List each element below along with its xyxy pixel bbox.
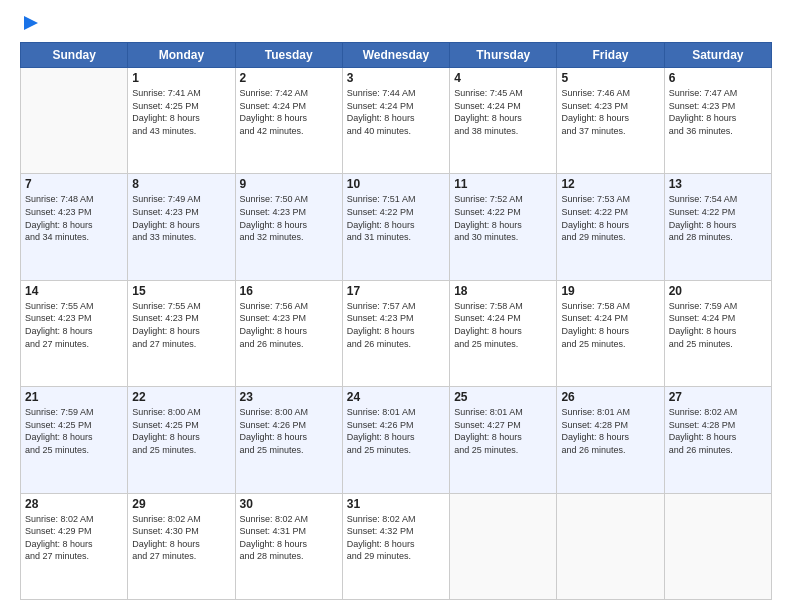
day-number: 4 (454, 71, 552, 85)
calendar-cell: 15Sunrise: 7:55 AM Sunset: 4:23 PM Dayli… (128, 280, 235, 386)
day-number: 6 (669, 71, 767, 85)
header-friday: Friday (557, 43, 664, 68)
calendar-cell: 10Sunrise: 7:51 AM Sunset: 4:22 PM Dayli… (342, 174, 449, 280)
day-number: 3 (347, 71, 445, 85)
calendar-cell: 3Sunrise: 7:44 AM Sunset: 4:24 PM Daylig… (342, 68, 449, 174)
day-number: 26 (561, 390, 659, 404)
day-info: Sunrise: 8:00 AM Sunset: 4:26 PM Dayligh… (240, 406, 338, 456)
day-info: Sunrise: 7:42 AM Sunset: 4:24 PM Dayligh… (240, 87, 338, 137)
day-number: 14 (25, 284, 123, 298)
week-row-1: 1Sunrise: 7:41 AM Sunset: 4:25 PM Daylig… (21, 68, 772, 174)
calendar-header-row: SundayMondayTuesdayWednesdayThursdayFrid… (21, 43, 772, 68)
calendar-cell: 7Sunrise: 7:48 AM Sunset: 4:23 PM Daylig… (21, 174, 128, 280)
day-number: 19 (561, 284, 659, 298)
day-number: 21 (25, 390, 123, 404)
day-info: Sunrise: 8:01 AM Sunset: 4:28 PM Dayligh… (561, 406, 659, 456)
day-info: Sunrise: 7:47 AM Sunset: 4:23 PM Dayligh… (669, 87, 767, 137)
day-info: Sunrise: 7:59 AM Sunset: 4:24 PM Dayligh… (669, 300, 767, 350)
week-row-4: 21Sunrise: 7:59 AM Sunset: 4:25 PM Dayli… (21, 387, 772, 493)
day-number: 27 (669, 390, 767, 404)
day-info: Sunrise: 7:41 AM Sunset: 4:25 PM Dayligh… (132, 87, 230, 137)
calendar-cell: 28Sunrise: 8:02 AM Sunset: 4:29 PM Dayli… (21, 493, 128, 599)
day-number: 30 (240, 497, 338, 511)
calendar-cell: 25Sunrise: 8:01 AM Sunset: 4:27 PM Dayli… (450, 387, 557, 493)
day-info: Sunrise: 7:45 AM Sunset: 4:24 PM Dayligh… (454, 87, 552, 137)
calendar-cell: 18Sunrise: 7:58 AM Sunset: 4:24 PM Dayli… (450, 280, 557, 386)
calendar-cell: 27Sunrise: 8:02 AM Sunset: 4:28 PM Dayli… (664, 387, 771, 493)
day-number: 11 (454, 177, 552, 191)
day-info: Sunrise: 8:02 AM Sunset: 4:32 PM Dayligh… (347, 513, 445, 563)
day-number: 1 (132, 71, 230, 85)
calendar-cell: 2Sunrise: 7:42 AM Sunset: 4:24 PM Daylig… (235, 68, 342, 174)
day-info: Sunrise: 7:53 AM Sunset: 4:22 PM Dayligh… (561, 193, 659, 243)
header-monday: Monday (128, 43, 235, 68)
calendar-cell: 21Sunrise: 7:59 AM Sunset: 4:25 PM Dayli… (21, 387, 128, 493)
calendar-cell: 24Sunrise: 8:01 AM Sunset: 4:26 PM Dayli… (342, 387, 449, 493)
svg-marker-0 (24, 16, 38, 30)
calendar-cell: 9Sunrise: 7:50 AM Sunset: 4:23 PM Daylig… (235, 174, 342, 280)
day-number: 17 (347, 284, 445, 298)
day-info: Sunrise: 7:52 AM Sunset: 4:22 PM Dayligh… (454, 193, 552, 243)
day-info: Sunrise: 8:02 AM Sunset: 4:29 PM Dayligh… (25, 513, 123, 563)
day-info: Sunrise: 8:02 AM Sunset: 4:31 PM Dayligh… (240, 513, 338, 563)
week-row-5: 28Sunrise: 8:02 AM Sunset: 4:29 PM Dayli… (21, 493, 772, 599)
calendar-cell: 22Sunrise: 8:00 AM Sunset: 4:25 PM Dayli… (128, 387, 235, 493)
calendar-cell (21, 68, 128, 174)
calendar-cell: 8Sunrise: 7:49 AM Sunset: 4:23 PM Daylig… (128, 174, 235, 280)
day-info: Sunrise: 8:00 AM Sunset: 4:25 PM Dayligh… (132, 406, 230, 456)
day-number: 13 (669, 177, 767, 191)
calendar-cell: 6Sunrise: 7:47 AM Sunset: 4:23 PM Daylig… (664, 68, 771, 174)
day-info: Sunrise: 7:56 AM Sunset: 4:23 PM Dayligh… (240, 300, 338, 350)
calendar-cell: 19Sunrise: 7:58 AM Sunset: 4:24 PM Dayli… (557, 280, 664, 386)
day-info: Sunrise: 7:44 AM Sunset: 4:24 PM Dayligh… (347, 87, 445, 137)
calendar-cell: 16Sunrise: 7:56 AM Sunset: 4:23 PM Dayli… (235, 280, 342, 386)
day-info: Sunrise: 7:58 AM Sunset: 4:24 PM Dayligh… (454, 300, 552, 350)
calendar-cell: 1Sunrise: 7:41 AM Sunset: 4:25 PM Daylig… (128, 68, 235, 174)
calendar-cell: 20Sunrise: 7:59 AM Sunset: 4:24 PM Dayli… (664, 280, 771, 386)
calendar-cell: 29Sunrise: 8:02 AM Sunset: 4:30 PM Dayli… (128, 493, 235, 599)
header-sunday: Sunday (21, 43, 128, 68)
calendar-cell: 5Sunrise: 7:46 AM Sunset: 4:23 PM Daylig… (557, 68, 664, 174)
day-info: Sunrise: 8:01 AM Sunset: 4:26 PM Dayligh… (347, 406, 445, 456)
header-wednesday: Wednesday (342, 43, 449, 68)
day-number: 24 (347, 390, 445, 404)
calendar-cell: 11Sunrise: 7:52 AM Sunset: 4:22 PM Dayli… (450, 174, 557, 280)
week-row-3: 14Sunrise: 7:55 AM Sunset: 4:23 PM Dayli… (21, 280, 772, 386)
day-info: Sunrise: 7:55 AM Sunset: 4:23 PM Dayligh… (25, 300, 123, 350)
day-number: 10 (347, 177, 445, 191)
day-info: Sunrise: 7:46 AM Sunset: 4:23 PM Dayligh… (561, 87, 659, 137)
calendar-cell: 14Sunrise: 7:55 AM Sunset: 4:23 PM Dayli… (21, 280, 128, 386)
calendar-cell (450, 493, 557, 599)
day-number: 16 (240, 284, 338, 298)
day-number: 7 (25, 177, 123, 191)
day-number: 15 (132, 284, 230, 298)
day-info: Sunrise: 8:01 AM Sunset: 4:27 PM Dayligh… (454, 406, 552, 456)
logo-arrow-icon (22, 14, 40, 32)
calendar-cell: 13Sunrise: 7:54 AM Sunset: 4:22 PM Dayli… (664, 174, 771, 280)
calendar-cell: 17Sunrise: 7:57 AM Sunset: 4:23 PM Dayli… (342, 280, 449, 386)
day-info: Sunrise: 7:51 AM Sunset: 4:22 PM Dayligh… (347, 193, 445, 243)
day-number: 29 (132, 497, 230, 511)
header (20, 18, 772, 32)
day-number: 8 (132, 177, 230, 191)
day-number: 31 (347, 497, 445, 511)
day-number: 22 (132, 390, 230, 404)
calendar-cell (664, 493, 771, 599)
day-info: Sunrise: 7:54 AM Sunset: 4:22 PM Dayligh… (669, 193, 767, 243)
day-info: Sunrise: 7:49 AM Sunset: 4:23 PM Dayligh… (132, 193, 230, 243)
day-number: 12 (561, 177, 659, 191)
calendar-cell (557, 493, 664, 599)
calendar-cell: 31Sunrise: 8:02 AM Sunset: 4:32 PM Dayli… (342, 493, 449, 599)
day-info: Sunrise: 7:58 AM Sunset: 4:24 PM Dayligh… (561, 300, 659, 350)
header-thursday: Thursday (450, 43, 557, 68)
header-tuesday: Tuesday (235, 43, 342, 68)
header-saturday: Saturday (664, 43, 771, 68)
calendar-cell: 30Sunrise: 8:02 AM Sunset: 4:31 PM Dayli… (235, 493, 342, 599)
day-number: 23 (240, 390, 338, 404)
calendar-cell: 4Sunrise: 7:45 AM Sunset: 4:24 PM Daylig… (450, 68, 557, 174)
day-number: 25 (454, 390, 552, 404)
calendar-table: SundayMondayTuesdayWednesdayThursdayFrid… (20, 42, 772, 600)
day-info: Sunrise: 7:48 AM Sunset: 4:23 PM Dayligh… (25, 193, 123, 243)
day-number: 5 (561, 71, 659, 85)
day-info: Sunrise: 8:02 AM Sunset: 4:28 PM Dayligh… (669, 406, 767, 456)
